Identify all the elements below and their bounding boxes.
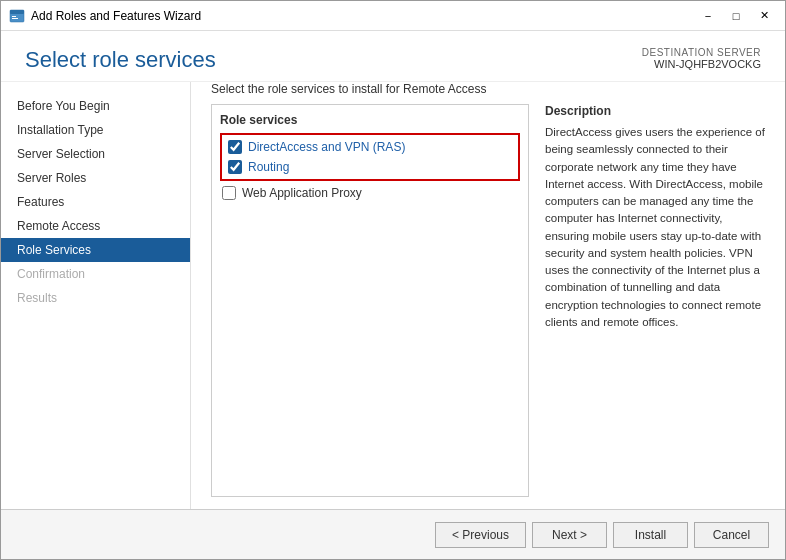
sidebar-item-before-you-begin[interactable]: Before You Begin xyxy=(1,94,190,118)
main-content: Select the role services to install for … xyxy=(191,82,785,509)
window-title: Add Roles and Features Wizard xyxy=(31,9,695,23)
footer: < Previous Next > Install Cancel xyxy=(1,509,785,559)
close-button[interactable]: ✕ xyxy=(751,6,777,26)
desc-text: DirectAccess gives users the experience … xyxy=(545,124,765,331)
page-title: Select role services xyxy=(25,47,216,73)
maximize-button[interactable]: □ xyxy=(723,6,749,26)
cancel-button[interactable]: Cancel xyxy=(694,522,769,548)
wizard-icon xyxy=(9,8,25,24)
sidebar-item-role-services[interactable]: Role Services xyxy=(1,238,190,262)
role-label-directaccess: DirectAccess and VPN (RAS) xyxy=(248,140,405,154)
main-layout: Before You Begin Installation Type Serve… xyxy=(1,82,785,509)
install-button[interactable]: Install xyxy=(613,522,688,548)
svg-rect-2 xyxy=(12,16,16,17)
sidebar-item-remote-access[interactable]: Remote Access xyxy=(1,214,190,238)
highlighted-group: DirectAccess and VPN (RAS) Routing xyxy=(220,133,520,181)
role-label-routing: Routing xyxy=(248,160,289,174)
minimize-button[interactable]: − xyxy=(695,6,721,26)
sidebar-item-server-roles[interactable]: Server Roles xyxy=(1,166,190,190)
page-header: Select role services DESTINATION SERVER … xyxy=(1,31,785,82)
sidebar-item-confirmation: Confirmation xyxy=(1,262,190,286)
checkbox-routing[interactable] xyxy=(228,160,242,174)
roles-panel: Role services DirectAccess and VPN (RAS)… xyxy=(211,104,529,497)
role-item-directaccess: DirectAccess and VPN (RAS) xyxy=(226,137,514,157)
next-button[interactable]: Next > xyxy=(532,522,607,548)
checkbox-directaccess[interactable] xyxy=(228,140,242,154)
wizard-window: Add Roles and Features Wizard − □ ✕ Sele… xyxy=(0,0,786,560)
role-item-routing: Routing xyxy=(226,157,514,177)
sidebar-item-results: Results xyxy=(1,286,190,310)
previous-button[interactable]: < Previous xyxy=(435,522,526,548)
sidebar-item-features[interactable]: Features xyxy=(1,190,190,214)
sidebar: Before You Begin Installation Type Serve… xyxy=(1,82,191,509)
role-label-web-proxy: Web Application Proxy xyxy=(242,186,362,200)
svg-rect-3 xyxy=(12,18,18,19)
role-item-web-proxy: Web Application Proxy xyxy=(220,183,520,203)
description-panel: Description DirectAccess gives users the… xyxy=(545,104,765,497)
desc-header: Description xyxy=(545,104,765,118)
svg-rect-1 xyxy=(10,10,24,14)
sidebar-item-server-selection[interactable]: Server Selection xyxy=(1,142,190,166)
split-pane: Role services DirectAccess and VPN (RAS)… xyxy=(191,104,785,509)
sidebar-item-installation-type[interactable]: Installation Type xyxy=(1,118,190,142)
roles-panel-header: Role services xyxy=(220,113,520,127)
instruction-text: Select the role services to install for … xyxy=(191,82,785,104)
checkbox-web-proxy[interactable] xyxy=(222,186,236,200)
destination-label: DESTINATION SERVER xyxy=(642,47,761,58)
window-controls: − □ ✕ xyxy=(695,6,777,26)
server-name: WIN-JQHFB2VOCKG xyxy=(642,58,761,70)
destination-server: DESTINATION SERVER WIN-JQHFB2VOCKG xyxy=(642,47,761,70)
title-bar: Add Roles and Features Wizard − □ ✕ xyxy=(1,1,785,31)
